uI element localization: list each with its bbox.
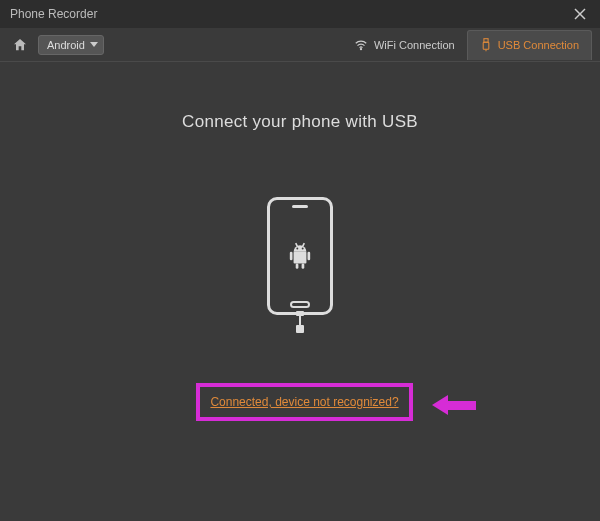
usb-icon [480, 38, 492, 52]
svg-rect-9 [296, 264, 299, 269]
home-button[interactable] [8, 33, 32, 57]
svg-rect-7 [290, 252, 293, 261]
close-icon [574, 8, 586, 20]
app-title: Phone Recorder [10, 7, 97, 21]
tab-usb-connection[interactable]: USB Connection [467, 30, 592, 60]
os-select[interactable]: Android [38, 35, 104, 55]
svg-line-11 [296, 243, 298, 246]
tab-usb-label: USB Connection [498, 39, 579, 51]
android-icon [287, 241, 313, 271]
svg-rect-8 [308, 252, 311, 261]
home-icon [12, 37, 28, 53]
phone-outline-icon [267, 197, 333, 315]
toolbar: Android WiFi Connection USB Connection [0, 28, 600, 62]
close-button[interactable] [568, 2, 592, 26]
page-heading: Connect your phone with USB [0, 112, 600, 132]
annotation-arrow [432, 395, 476, 415]
svg-point-14 [302, 248, 304, 250]
svg-rect-10 [302, 264, 305, 269]
os-select-label: Android [47, 39, 85, 51]
svg-rect-4 [483, 42, 489, 49]
device-not-recognized-link[interactable]: Connected, device not recognized? [210, 395, 398, 409]
usb-cable-icon [299, 315, 301, 327]
svg-point-2 [360, 48, 361, 49]
svg-rect-6 [294, 252, 307, 264]
tab-wifi-label: WiFi Connection [374, 39, 455, 51]
wifi-icon [354, 38, 368, 52]
titlebar: Phone Recorder [0, 0, 600, 28]
arrow-left-icon [432, 395, 448, 415]
phone-illustration [0, 197, 600, 327]
annotation-highlight: Connected, device not recognized? [196, 383, 413, 421]
svg-point-13 [296, 248, 298, 250]
chevron-down-icon [90, 42, 98, 47]
svg-line-12 [303, 243, 305, 246]
tab-wifi-connection[interactable]: WiFi Connection [342, 28, 467, 62]
svg-rect-3 [484, 39, 488, 43]
content-area: Connect your phone with USB [0, 62, 600, 327]
